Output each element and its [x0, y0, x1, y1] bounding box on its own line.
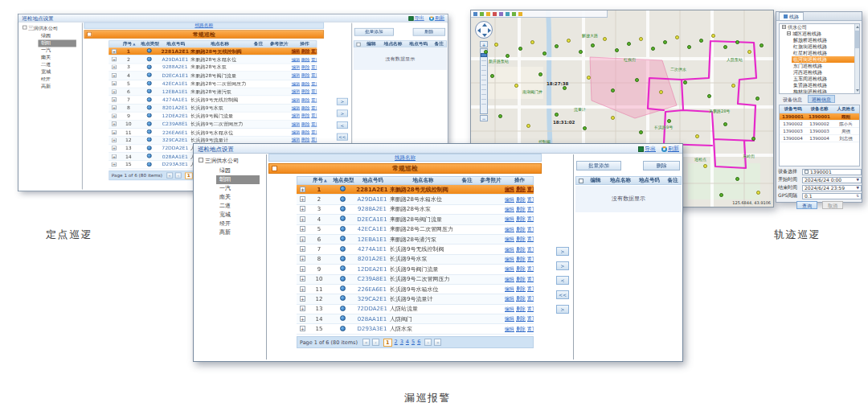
row-action-link[interactable]: 编辑 [505, 196, 514, 202]
row-action-link[interactable]: 删除 [301, 97, 310, 102]
row-action-link[interactable]: 删除 [301, 121, 310, 126]
row-action-link[interactable]: 编辑 [505, 236, 514, 241]
row-action-link[interactable]: 编辑 [505, 206, 514, 212]
first-page-button[interactable]: « [166, 172, 173, 178]
row-expand-icon[interactable]: + [112, 57, 117, 62]
row-action-link[interactable]: 编辑 [505, 326, 514, 331]
row-expand-icon[interactable]: + [300, 326, 305, 331]
row-action-link[interactable]: 删除 [516, 186, 526, 191]
dialog-tree-item[interactable]: 宽城 [216, 211, 260, 220]
form-field-select[interactable]: 2024/6/24 0:00▼ [802, 177, 862, 183]
map-marker[interactable] [611, 88, 615, 92]
patrol-table-row[interactable]: +612EBA1E1来鹏路28号潜污泵编辑删除置顶 [297, 235, 534, 244]
row-action-link[interactable]: 删除 [516, 286, 526, 291]
tree-collapse-icon[interactable] [787, 31, 791, 35]
map-marker[interactable] [735, 177, 739, 181]
row-action-link[interactable]: 删除 [516, 226, 526, 232]
route-name-header[interactable]: 线路名称 [268, 154, 542, 162]
row-action-link[interactable]: 删除 [516, 236, 526, 241]
column-header[interactable]: 序号▲ [309, 177, 330, 184]
zoom-in-button[interactable]: + [480, 41, 488, 47]
window-titlebar[interactable]: 巡检地点设置 导出 刷新 [194, 144, 682, 154]
row-expand-icon[interactable]: + [112, 113, 117, 118]
map-marker[interactable] [747, 50, 751, 54]
map-marker[interactable] [651, 47, 655, 51]
map-marker[interactable] [498, 114, 502, 118]
map-marker[interactable] [526, 124, 530, 128]
row-action-link[interactable]: 删除 [516, 246, 526, 252]
row-action-link[interactable]: 编辑 [505, 226, 514, 232]
device-checkbox[interactable] [805, 170, 809, 174]
patrol-table-row[interactable]: +4D2ECA1E1来鹏路28号阀门流量编辑删除置顶 [297, 215, 534, 224]
tree-root-node[interactable]: 三润供水公司 [195, 154, 266, 166]
page-number[interactable]: 6 [417, 339, 420, 347]
dialog-tree-item[interactable]: 二道 [216, 202, 260, 211]
patrol-table-row[interactable]: +2A29DA1E1来鹏路28号水箱水位编辑删除置顶 [297, 195, 534, 204]
last-page-button[interactable]: » [434, 339, 441, 346]
row-action-link[interactable]: 删除 [516, 295, 526, 301]
map-marker[interactable] [719, 193, 723, 197]
map-marker[interactable] [659, 90, 663, 94]
row-action-link[interactable]: 编辑 [505, 186, 514, 191]
row-action-link[interactable]: 编辑 [505, 286, 514, 291]
map-tool-icon[interactable] [480, 12, 484, 16]
zoom-out-button[interactable]: − [480, 115, 488, 121]
patrol-table-row[interactable]: +14028AA1E1人防阀门编辑删除置顶 [297, 314, 534, 324]
row-action-link[interactable]: 置顶 [311, 56, 317, 61]
map-marker[interactable] [518, 47, 522, 51]
row-action-link[interactable]: 编辑 [505, 216, 514, 221]
row-action-link[interactable]: 删除 [301, 48, 310, 53]
map-marker[interactable] [695, 134, 699, 138]
select-all-checkbox[interactable] [579, 179, 583, 183]
row-action-link[interactable]: 删除 [516, 206, 526, 212]
map-marker[interactable] [514, 84, 518, 88]
dialog-tree-item[interactable]: 经开 [216, 220, 260, 228]
map-marker[interactable] [755, 97, 760, 101]
map-marker[interactable] [542, 51, 547, 55]
route-group-bar[interactable]: 常规巡检 [268, 163, 542, 174]
export-button[interactable]: 导出 [638, 145, 656, 153]
row-action-link[interactable]: 编辑 [292, 129, 301, 134]
map-marker[interactable] [756, 191, 760, 195]
row-action-link[interactable]: 置顶 [311, 138, 317, 142]
row-action-link[interactable]: 编辑 [505, 256, 514, 261]
tab-patrol-info[interactable]: 巡检信息 [808, 95, 835, 103]
row-action-link[interactable]: 置顶 [527, 286, 534, 291]
row-action-link[interactable]: 编辑 [505, 315, 514, 321]
dropdown-icon[interactable]: ▼ [857, 186, 859, 191]
patrol-table-row[interactable]: +4D2ECA1E1来鹏路28号阀门流量编辑删除置顶 [108, 72, 317, 80]
row-action-link[interactable]: 删除 [516, 196, 526, 202]
patrol-table-row[interactable]: +10C239A8E1长浜路9号二次管网压力编辑删除置顶 [108, 121, 317, 129]
form-field-checkbox[interactable]: 1390001 [802, 169, 862, 175]
map-marker[interactable] [555, 44, 559, 48]
row-action-link[interactable]: 置顶 [311, 113, 317, 118]
map-marker[interactable] [494, 43, 498, 47]
dialog-tree-item[interactable]: 朝阳 [216, 175, 260, 184]
row-action-link[interactable]: 删除 [516, 216, 526, 221]
row-action-link[interactable]: 删除 [301, 105, 310, 110]
row-action-link[interactable]: 编辑 [292, 80, 301, 85]
row-action-link[interactable]: 删除 [301, 72, 310, 77]
map-tool-icon[interactable] [518, 12, 522, 16]
route-tree-leaf[interactable]: 梅林街巡检线路 [792, 88, 859, 94]
page-number[interactable]: 2 [395, 339, 398, 347]
row-action-link[interactable]: 置顶 [527, 206, 534, 212]
device-table-row[interactable]: 13900031390003周强 [780, 128, 859, 135]
map-marker[interactable] [735, 40, 739, 44]
page-number[interactable]: 1 [185, 172, 192, 179]
map-marker[interactable] [699, 39, 703, 43]
patrol-table-row[interactable]: +2A29DA1E1来鹏路28号水箱水位编辑删除置顶 [108, 55, 317, 64]
zoom-slider[interactable] [480, 48, 488, 114]
map-tool-icon[interactable] [486, 12, 490, 16]
row-action-link[interactable]: 编辑 [505, 246, 514, 252]
map-marker[interactable] [555, 113, 559, 117]
page-number[interactable]: 5 [411, 339, 415, 347]
scroll-thumb[interactable] [855, 31, 859, 48]
dialog-tree-item[interactable]: 高新 [38, 83, 76, 90]
patrol-table-row[interactable]: +74274A1E1长浜路9号无线控制阀编辑删除置顶 [297, 244, 534, 254]
dialog-tree-item[interactable]: 经开 [38, 76, 76, 83]
device-table-row[interactable]: 13900021390002陈小兵 [780, 121, 859, 128]
row-action-link[interactable]: 编辑 [292, 64, 301, 69]
row-action-link[interactable]: 编辑 [292, 56, 301, 61]
row-expand-icon[interactable]: + [112, 105, 117, 110]
